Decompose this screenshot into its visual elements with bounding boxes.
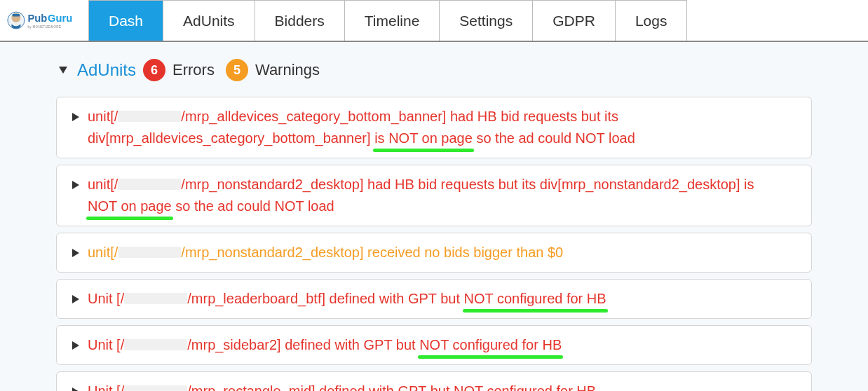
caret-down-icon: [59, 67, 67, 74]
issue-text: unit[//mrp_alldevices_category_bottom_ba…: [88, 106, 797, 149]
issue-text: unit[//mrp_nonstandard2_desktop] had HB …: [88, 174, 797, 217]
pubguru-logo-icon: Pub Guru by MONETIZEMORE: [7, 6, 81, 34]
svg-rect-2: [12, 14, 20, 17]
caret-right-icon: [72, 341, 79, 350]
highlight: is NOT on page: [374, 128, 473, 149]
highlight: NOT configured for HB: [464, 288, 606, 310]
redacted-id: [124, 293, 187, 304]
svg-text:Pub: Pub: [27, 13, 47, 24]
redacted-id: [124, 339, 187, 350]
issue-text: Unit [//mrp_leaderboard_btf] defined wit…: [88, 288, 606, 310]
warnings-badge: 5: [226, 59, 248, 81]
errors-badge: 6: [143, 59, 165, 81]
nav-tab-adunits[interactable]: AdUnits: [163, 0, 255, 41]
warnings-label: Warnings: [255, 61, 320, 79]
caret-right-icon: [72, 113, 79, 121]
nav-tab-gdpr[interactable]: GDPR: [533, 0, 616, 41]
nav-tabs: DashAdUnitsBiddersTimelineSettingsGDPRLo…: [88, 0, 687, 41]
nav-tab-timeline[interactable]: Timeline: [345, 0, 440, 41]
highlight: NOT configured for HB: [419, 334, 562, 356]
issue-row[interactable]: Unit [//mrp_sidebar2] defined with GPT b…: [56, 325, 812, 365]
redacted-id: [118, 111, 181, 122]
redacted-id: [124, 385, 187, 391]
caret-right-icon: [72, 181, 79, 189]
issue-row[interactable]: unit[//mrp_nonstandard2_desktop] had HB …: [56, 165, 812, 226]
redacted-id: [118, 247, 181, 258]
brand-logo: Pub Guru by MONETIZEMORE: [0, 0, 88, 41]
caret-right-icon: [72, 295, 79, 303]
nav-tab-bidders[interactable]: Bidders: [255, 0, 345, 41]
highlight: NOT on page: [88, 196, 172, 217]
main-content: AdUnits 6 Errors 5 Warnings unit[//mrp_a…: [0, 42, 868, 391]
issue-list: unit[//mrp_alldevices_category_bottom_ba…: [56, 97, 812, 391]
issue-row[interactable]: unit[//mrp_alldevices_category_bottom_ba…: [56, 97, 812, 158]
caret-right-icon: [72, 387, 79, 391]
issue-text: Unit [//mrp_rectangle_mid] defined with …: [88, 380, 596, 391]
issue-text: unit[//mrp_nonstandard2_desktop] receive…: [88, 242, 563, 263]
section-header[interactable]: AdUnits 6 Errors 5 Warnings: [59, 59, 812, 81]
section-title[interactable]: AdUnits: [77, 60, 136, 80]
issue-text: Unit [//mrp_sidebar2] defined with GPT b…: [88, 334, 562, 356]
issue-row[interactable]: Unit [//mrp_rectangle_mid] defined with …: [56, 371, 812, 391]
nav-tab-settings[interactable]: Settings: [440, 0, 533, 41]
nav-tab-dash[interactable]: Dash: [88, 0, 163, 41]
issue-row[interactable]: unit[//mrp_nonstandard2_desktop] receive…: [56, 233, 812, 273]
errors-label: Errors: [172, 61, 215, 79]
highlight: NOT configured for HB: [454, 380, 596, 391]
redacted-id: [118, 179, 181, 190]
top-nav-bar: Pub Guru by MONETIZEMORE DashAdUnitsBidd…: [0, 0, 868, 42]
svg-text:Guru: Guru: [48, 13, 72, 24]
svg-text:by MONETIZEMORE: by MONETIZEMORE: [27, 25, 61, 29]
caret-right-icon: [72, 249, 79, 257]
nav-tab-logs[interactable]: Logs: [616, 0, 688, 41]
issue-row[interactable]: Unit [//mrp_leaderboard_btf] defined wit…: [56, 279, 812, 319]
